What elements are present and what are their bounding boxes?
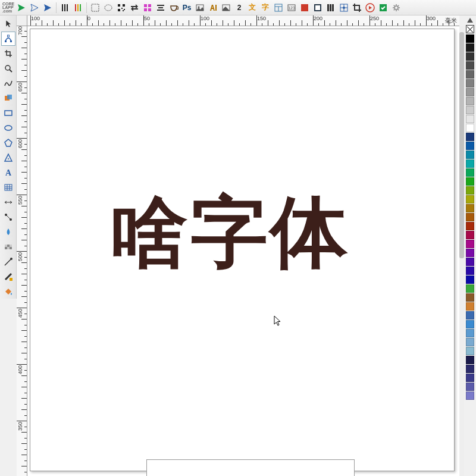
toolbar-two-icon[interactable]: 2 <box>233 2 245 14</box>
vertical-scrollbar[interactable] <box>459 26 464 476</box>
toolbar-cols-icon[interactable] <box>325 2 337 14</box>
color-swatch-18[interactable] <box>466 195 474 203</box>
color-swatch-20[interactable] <box>466 213 474 221</box>
color-swatch-19[interactable] <box>466 204 474 212</box>
color-swatch-27[interactable] <box>466 275 474 284</box>
color-swatch-31[interactable] <box>466 311 474 320</box>
color-swatch-4[interactable] <box>466 70 474 79</box>
color-swatch-7[interactable] <box>466 97 474 105</box>
tool-connector[interactable] <box>1 210 15 224</box>
toolbar-red-sq-icon[interactable] <box>299 2 311 14</box>
toolbar-cup-icon[interactable] <box>168 2 180 14</box>
color-swatch-0[interactable] <box>466 35 474 43</box>
toolbar-picture2-icon[interactable] <box>220 2 232 14</box>
tool-text[interactable]: A <box>1 165 15 180</box>
toolbar-gear-icon[interactable] <box>390 2 402 14</box>
tool-ellipse[interactable] <box>1 121 15 135</box>
toolbar-grid-blue-icon[interactable] <box>338 2 350 14</box>
toolbar-wen-icon[interactable]: 文 <box>246 2 258 14</box>
toolbar-ai-icon[interactable] <box>207 2 219 14</box>
toolbar-send-outline-icon[interactable] <box>29 2 40 14</box>
tool-polygon[interactable] <box>1 136 15 150</box>
color-swatch-24[interactable] <box>466 249 474 257</box>
toolbar-play-red-icon[interactable] <box>364 2 376 14</box>
toolbar-crop-dash-icon[interactable] <box>89 2 101 14</box>
color-swatch-28[interactable] <box>466 284 474 293</box>
color-swatch-9[interactable] <box>466 115 474 123</box>
toolbar-crop2-icon[interactable] <box>351 2 363 14</box>
tool-freehand[interactable] <box>1 76 15 90</box>
toolbar-send-blue-icon[interactable] <box>42 2 54 14</box>
toolbar-num-icon[interactable]: 123 <box>286 2 298 14</box>
color-swatch-1[interactable] <box>466 43 474 52</box>
toolbar-picture-icon[interactable] <box>194 2 206 14</box>
color-swatch-39[interactable] <box>466 383 474 391</box>
tool-rect[interactable] <box>1 106 15 120</box>
text-placeholder-box[interactable] <box>146 459 355 476</box>
tool-outline[interactable] <box>1 270 15 284</box>
tool-zoom[interactable] <box>1 61 15 76</box>
color-swatch-8[interactable] <box>466 106 474 114</box>
color-swatch-15[interactable] <box>466 168 474 177</box>
tool-fill[interactable] <box>1 284 15 299</box>
tool-dimension[interactable] <box>1 195 15 209</box>
color-swatch-25[interactable] <box>466 258 474 266</box>
color-swatch-26[interactable] <box>466 267 474 275</box>
color-swatch-3[interactable] <box>466 61 474 70</box>
toolbar-arrow-swap-icon[interactable] <box>129 2 140 14</box>
color-swatch-35[interactable] <box>466 347 474 355</box>
toolbar-dark-sq-icon[interactable] <box>312 2 324 14</box>
color-swatch-16[interactable] <box>466 177 474 186</box>
tool-transparency[interactable] <box>1 240 15 254</box>
toolbar-bars-vert-icon[interactable] <box>59 2 71 14</box>
tool-table[interactable] <box>1 180 15 195</box>
toolbar-align-icon[interactable] <box>155 2 167 14</box>
color-swatch-34[interactable] <box>466 338 474 346</box>
color-swatch-6[interactable] <box>466 88 474 96</box>
ruler-corner[interactable] <box>17 15 27 26</box>
tool-eyedropper[interactable] <box>1 255 15 269</box>
toolbar-send-green-icon[interactable] <box>15 2 27 14</box>
color-swatch-22[interactable] <box>466 231 474 239</box>
color-swatch-37[interactable] <box>466 365 474 373</box>
vertical-ruler[interactable]: 700650600550500450400350300 <box>17 26 27 476</box>
color-swatch-36[interactable] <box>466 356 474 364</box>
toolbar-grid-pink-icon[interactable] <box>142 2 154 14</box>
tool-crop[interactable] <box>1 46 15 61</box>
toolbar-ps-icon[interactable]: Ps <box>181 2 193 14</box>
color-swatch-40[interactable] <box>466 392 474 400</box>
color-swatch-10[interactable] <box>466 124 474 132</box>
color-swatch-32[interactable] <box>466 320 474 328</box>
tool-pick[interactable] <box>1 17 15 31</box>
color-swatch-2[interactable] <box>466 52 474 61</box>
color-swatch-14[interactable] <box>466 159 474 168</box>
toolbar-bars-color-icon[interactable] <box>72 2 84 14</box>
color-swatch-21[interactable] <box>466 222 474 230</box>
canvas[interactable]: 啥字体 <box>27 26 459 476</box>
horizontal-ruler[interactable]: 100050100150200250300 <box>27 15 459 26</box>
toolbar-green-sq-icon[interactable] <box>377 2 389 14</box>
color-swatch-5[interactable] <box>466 79 474 87</box>
color-swatch-30[interactable] <box>466 302 474 311</box>
toolbar-qr-icon[interactable] <box>115 2 127 14</box>
no-color-swatch[interactable] <box>466 25 474 33</box>
color-swatch-23[interactable] <box>466 240 474 248</box>
toolbar-zi-icon[interactable]: 字 <box>259 2 271 14</box>
scrollbar-thumb[interactable] <box>459 32 464 258</box>
canvas-main-text[interactable]: 啥字体 <box>111 181 350 286</box>
color-swatch-29[interactable] <box>466 293 474 302</box>
color-swatch-17[interactable] <box>466 186 474 195</box>
tool-shape-edit[interactable] <box>1 32 15 46</box>
color-swatch-12[interactable] <box>466 142 474 150</box>
color-swatch-13[interactable] <box>466 151 474 159</box>
ruler-label: 200 <box>314 15 322 21</box>
color-swatch-11[interactable] <box>466 133 474 141</box>
color-swatch-33[interactable] <box>466 329 474 337</box>
tool-smart-fill[interactable] <box>1 91 15 105</box>
toolbar-layout-icon[interactable] <box>273 2 284 14</box>
tool-basic-shape[interactable] <box>1 151 15 165</box>
tool-drop[interactable] <box>1 225 15 239</box>
color-swatch-38[interactable] <box>466 374 474 382</box>
toolbar-oval-dash-icon[interactable] <box>102 2 114 14</box>
palette-scroll-up-icon[interactable] <box>467 18 473 23</box>
